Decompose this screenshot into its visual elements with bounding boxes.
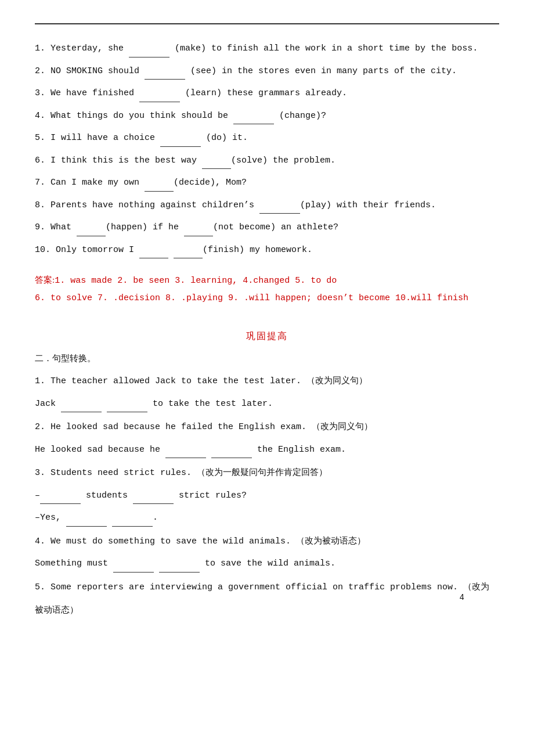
q9-blank1	[77, 228, 106, 236]
question-10: 10. Only tomorrow I (finish) my homework…	[35, 242, 499, 259]
pt2-q2-blank1	[165, 449, 206, 458]
question-3: 3. We have finished (learn) these gramma…	[35, 85, 499, 102]
question-6: 6. I think this is the best way (solve) …	[35, 153, 499, 170]
q5-blank	[160, 138, 201, 147]
q6-blank	[202, 160, 231, 169]
q7-blank	[145, 183, 174, 192]
question-9: 9. What (happen) if he (not become) an a…	[35, 219, 499, 236]
question-8: 8. Parents have nothing against children…	[35, 197, 499, 214]
pt2-q3-blank2	[133, 495, 174, 504]
pt2-q4-rewrite: Something must to save the wild animals.	[35, 556, 499, 573]
answer-line1: 答案:1. was made 2. be seen 3. learning, 4…	[35, 271, 499, 290]
pt2-q1-rewrite: Jack to take the test later.	[35, 396, 499, 413]
q1-num: 1	[35, 44, 40, 53]
pt2-q4-blank1	[113, 564, 154, 573]
pt2-question-1: 1. The teacher allowed Jack to take the …	[35, 372, 499, 390]
q2-blank	[145, 71, 185, 80]
page-number: 4	[460, 593, 464, 602]
q8-blank	[259, 205, 300, 214]
pt2-q1-blank1	[61, 404, 102, 412]
pt2-question-5-continued: 被动语态）	[35, 602, 499, 620]
pt2-question-5: 5. Some reporters are interviewing a gov…	[35, 578, 499, 596]
pt2-q3-rewrite-q: – students strict rules?	[35, 488, 499, 505]
pt2-q2-blank2	[211, 449, 252, 458]
pt2-q4-blank2	[159, 564, 200, 573]
answer-line2: 6. to solve 7. .decision 8. .playing 9. …	[35, 290, 499, 307]
q3-blank	[139, 93, 180, 102]
q10-blank2	[174, 250, 203, 258]
question-4: 4. What things do you think should be (c…	[35, 108, 499, 125]
pt2-q3-blank1	[40, 495, 81, 504]
q9-blank2	[184, 228, 213, 236]
answer-section: 答案:1. was made 2. be seen 3. learning, 4…	[35, 271, 499, 307]
question-5: 5. I will have a choice (do) it.	[35, 130, 499, 147]
pt2-q3-blank3	[66, 518, 107, 527]
pt2-question-3: 3. Students need strict rules. （改为一般疑问句并…	[35, 464, 499, 482]
section-title: 巩固提高	[35, 330, 499, 343]
q1-blank	[129, 49, 169, 57]
pt2-q3-rewrite-ans: –Yes, .	[35, 510, 499, 527]
pt2-q1-blank2	[107, 404, 147, 412]
pt2-q3-blank4	[112, 518, 153, 527]
question-7: 7. Can I make my own (decide), Mom?	[35, 175, 499, 192]
pt2-question-2: 2. He looked sad because he failed the E…	[35, 418, 499, 436]
question-1: 1. Yesterday, she (make) to finish all t…	[35, 41, 499, 57]
q4-blank	[233, 116, 274, 124]
question-2: 2. NO SMOKING should (see) in the stores…	[35, 63, 499, 80]
pt2-q2-rewrite: He looked sad because he the English exa…	[35, 442, 499, 459]
q10-blank1	[139, 250, 168, 258]
top-divider	[35, 23, 499, 24]
part-two-header: 二．句型转换。	[35, 353, 499, 364]
pt2-question-4: 4. We must do something to save the wild…	[35, 532, 499, 550]
